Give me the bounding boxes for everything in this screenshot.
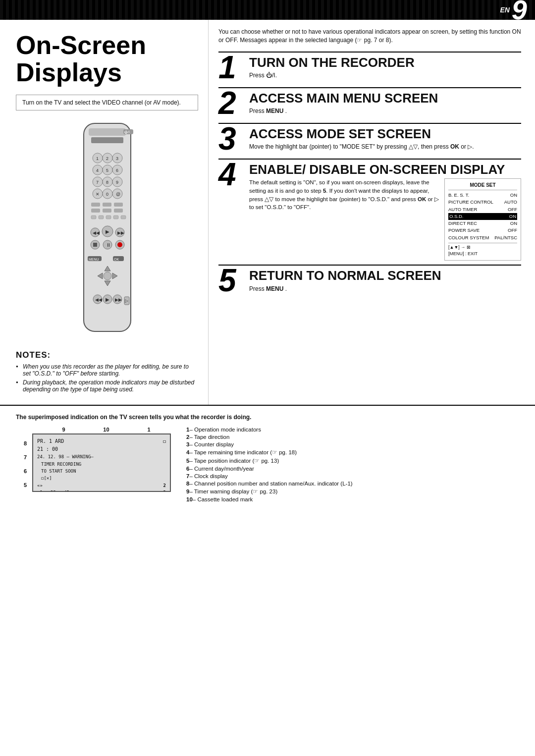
step-1-number: 1 [218, 52, 244, 83]
svg-text:⏸: ⏸ [106, 242, 111, 248]
svg-rect-32 [91, 209, 100, 213]
screen-row-directrec: DIRECT REC ON [448, 220, 517, 227]
main-content: On-Screen Displays Turn on the TV and se… [0, 20, 535, 405]
svg-rect-35 [91, 216, 96, 219]
instruction-box: Turn on the TV and select the VIDEO chan… [16, 95, 198, 110]
notes-list: When you use this recorder as the player… [16, 363, 198, 393]
step-4-content: ENABLE/ DISABLE ON-SCREEN DISPLAY The de… [249, 162, 521, 261]
svg-text:▶: ▶ [106, 297, 109, 302]
svg-text:7: 7 [96, 180, 99, 185]
svg-text:▶▶: ▶▶ [115, 297, 122, 302]
ind-8: 8– Channel position number and station n… [186, 481, 519, 486]
step-2: 2 ACCESS MAIN MENU SCREEN Press MENU . [218, 87, 521, 123]
step-5-title: RETURN TO NORMAL SCREEN [249, 269, 521, 283]
step-1: 1 TURN ON THE RECORDER Press ⏻/I. [218, 52, 521, 87]
ind-5: 5– Tape position indicator (☞ pg. 13) [186, 457, 519, 464]
step-1-title: TURN ON THE RECORDER [249, 55, 521, 70]
ind-7: 7– Clock display [186, 473, 519, 479]
en-number: 9 [512, 0, 527, 19]
step-3: 3 ACCESS MODE SET SCREEN Move the highli… [218, 123, 521, 159]
screen-num-10: 10 [103, 427, 109, 432]
notes-section: NOTES: When you use this recorder as the… [16, 350, 198, 393]
bottom-section: The superimposed indication on the TV sc… [0, 405, 535, 514]
screen-line-date: 24. 12. 98 – WARNING– [37, 453, 166, 460]
step-1-desc: Press ⏻/I. [249, 71, 521, 80]
screen-line-icon: ◻[✕] [37, 475, 166, 482]
header-bar: EN 9 [0, 0, 535, 20]
svg-rect-37 [106, 216, 111, 219]
svg-rect-33 [103, 209, 111, 213]
svg-text:3: 3 [116, 156, 118, 161]
svg-rect-31 [114, 203, 123, 207]
svg-rect-36 [99, 216, 104, 219]
screen-num-1: 1 [147, 427, 150, 432]
notes-title: NOTES: [16, 350, 198, 360]
ind-4: 4– Tape remaining time indicator (☞ pg. … [186, 449, 519, 456]
svg-rect-38 [113, 216, 118, 219]
svg-rect-47 [93, 243, 97, 247]
svg-text:▶: ▶ [106, 229, 109, 234]
screen-line-soon: TO START SOON [37, 468, 166, 475]
svg-text:◀◀: ◀◀ [93, 230, 100, 235]
screen-footer: [▲▼] → ⊠ [MENU] : EXIT [448, 243, 517, 258]
step-5-content: RETURN TO NORMAL SCREEN Press MENU . [249, 269, 521, 293]
svg-rect-34 [114, 209, 123, 213]
right-num-2: 2 [163, 482, 166, 489]
page-title: On-Screen Displays [16, 32, 198, 86]
ind-9: 9– Timer warning display (☞ pg. 23) [186, 488, 519, 495]
screen-row-picture: PICTURE CONTROL AUTO [448, 199, 517, 206]
step-5-number: 5 [218, 265, 244, 296]
step-3-content: ACCESS MODE SET SCREEN Move the highligh… [249, 127, 521, 151]
svg-rect-39 [121, 216, 126, 219]
screen-title: MODE SET [448, 181, 517, 190]
notes-item-1: When you use this recorder as the player… [16, 363, 198, 377]
svg-text:4: 4 [96, 168, 99, 173]
right-column: You can choose whether or not to have va… [208, 20, 535, 405]
screen-line-timer: TIMER RECORDING [37, 461, 166, 468]
steps-intro: You can choose whether or not to have va… [218, 28, 521, 45]
step-4-text: The default setting is "ON", so if you w… [249, 178, 439, 261]
ind-1: 1– Operation mode indicators [186, 427, 519, 432]
screen-num-9: 9 [62, 427, 65, 432]
ind-6: 6– Current day/month/year [186, 466, 519, 472]
step-2-title: ACCESS MAIN MENU SCREEN [249, 91, 521, 106]
notes-item-2: During playback, the operation mode indi… [16, 379, 198, 393]
screen-line-pr: PR. 1 ARD ◻ [37, 437, 166, 445]
svg-text:8: 8 [106, 180, 108, 185]
step-5-desc: Press MENU . [249, 285, 521, 293]
step-5: 5 RETURN TO NORMAL SCREEN Press MENU . [218, 265, 521, 300]
left-num-5: 5 [16, 482, 27, 488]
svg-text:1: 1 [96, 156, 99, 161]
ind-10: 10– Cassette loaded mark [186, 496, 519, 502]
step-3-desc: Move the highlight bar (pointer) to "MOD… [249, 143, 521, 151]
ind-2: 2– Tape direction [186, 434, 519, 440]
step-3-title: ACCESS MODE SET SCREEN [249, 127, 521, 141]
screen-row-best: B. E. S. T. ON [448, 192, 517, 199]
bottom-indicators: 1– Operation mode indicators 2– Tape dir… [186, 427, 519, 504]
left-num-8: 8 [16, 440, 27, 446]
svg-text:@: @ [116, 192, 120, 197]
ind-3: 3– Counter display [186, 441, 519, 447]
svg-text:9: 9 [116, 180, 118, 185]
right-num-3: 3 [163, 489, 166, 492]
step-1-content: TURN ON THE RECORDER Press ⏻/I. [249, 55, 521, 80]
svg-point-51 [117, 242, 122, 247]
screen-bottom-row: «» –1 : 23 : 45 REMAIN 1 : 00 2 3 4 [37, 482, 166, 492]
left-num-7: 7 [16, 454, 27, 460]
left-column: On-Screen Displays Turn on the TV and se… [0, 20, 208, 405]
svg-text:MENU: MENU [89, 258, 99, 261]
svg-text:2: 2 [106, 156, 108, 161]
svg-point-60 [104, 272, 111, 280]
svg-text:▶▶: ▶▶ [117, 230, 124, 235]
step-4: 4 ENABLE/ DISABLE ON-SCREEN DISPLAY The … [218, 159, 521, 265]
step-4-body: The default setting is "ON", so if you w… [249, 178, 521, 261]
svg-text:▷: ▷ [125, 298, 128, 303]
step-2-content: ACCESS MAIN MENU SCREEN Press MENU . [249, 91, 521, 115]
screen-row-autotimer: AUTO TIMER OFF [448, 206, 517, 213]
screen-line-time: 21 : 00 [37, 445, 166, 453]
svg-text:0: 0 [106, 192, 108, 197]
svg-rect-30 [103, 203, 111, 207]
bottom-content: 9 10 1 8 7 6 5 PR. 1 ARD ◻ [16, 427, 519, 504]
svg-text:6: 6 [116, 168, 118, 173]
svg-text:OK: OK [114, 258, 119, 261]
